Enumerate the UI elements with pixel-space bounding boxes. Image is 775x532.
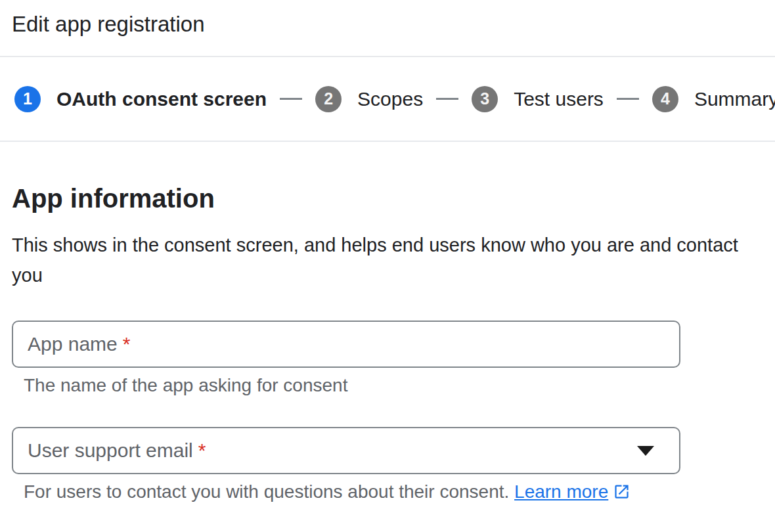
section-description: This shows in the consent screen, and he… xyxy=(12,230,763,290)
app-name-label: App name xyxy=(28,333,118,355)
app-name-helper-text: The name of the app asking for consent xyxy=(24,374,763,397)
app-name-input[interactable]: App name * xyxy=(12,321,680,368)
wizard-stepper: 1 OAuth consent screen 2 Scopes 3 Test u… xyxy=(0,57,775,141)
user-support-email-helper-text: For users to contact you with questions … xyxy=(24,481,763,503)
step-connector xyxy=(436,98,458,100)
step-number-badge: 3 xyxy=(472,86,498,112)
stepper-step-test-users[interactable]: 3 Test users xyxy=(472,86,604,112)
step-label: Summary xyxy=(694,88,775,110)
user-support-email-label: User support email xyxy=(28,439,193,462)
edit-app-registration-page: Edit app registration 1 OAuth consent sc… xyxy=(0,13,775,503)
user-support-email-select[interactable]: User support email * xyxy=(12,427,680,474)
dropdown-arrow-icon xyxy=(637,446,654,456)
external-link-icon xyxy=(613,483,631,500)
step-number-badge: 2 xyxy=(315,86,342,112)
step-label: OAuth consent screen xyxy=(56,88,267,110)
step-connector xyxy=(617,98,639,100)
description-line: This shows in the consent screen, and he… xyxy=(12,234,738,255)
step-connector xyxy=(280,98,302,100)
stepper-step-oauth-consent-screen[interactable]: 1 OAuth consent screen xyxy=(14,86,267,112)
learn-more-link[interactable]: Learn more xyxy=(514,481,608,502)
page-title: Edit app registration xyxy=(12,13,763,35)
description-line: you xyxy=(12,265,43,286)
required-asterisk: * xyxy=(123,333,131,355)
helper-text-content: For users to contact you with questions … xyxy=(24,481,509,502)
stepper-step-summary[interactable]: 4 Summary xyxy=(652,86,775,112)
step-number-badge: 4 xyxy=(652,86,678,112)
stepper-divider xyxy=(0,141,775,142)
stepper-step-scopes[interactable]: 2 Scopes xyxy=(315,86,423,112)
step-label: Scopes xyxy=(357,88,423,110)
step-label: Test users xyxy=(514,88,604,110)
section-heading-app-information: App information xyxy=(12,183,763,214)
step-number-badge: 1 xyxy=(14,86,41,112)
required-asterisk: * xyxy=(198,439,206,462)
